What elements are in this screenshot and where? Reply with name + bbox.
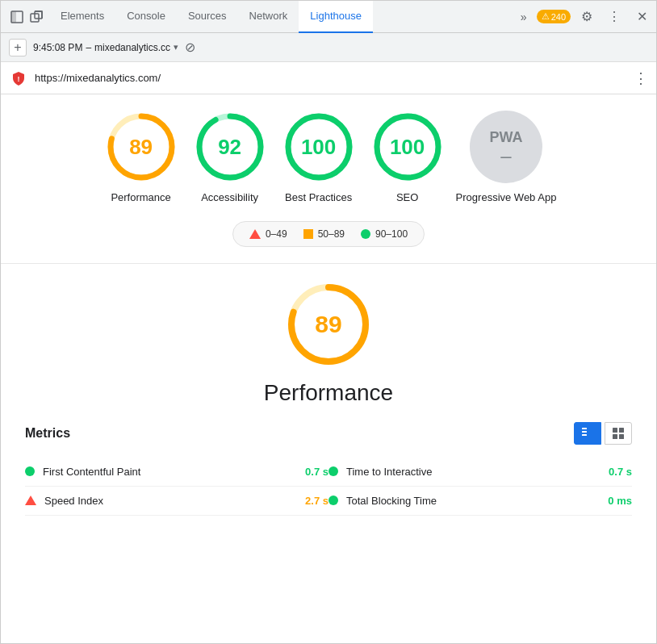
performance-large-circle: 89: [284, 280, 373, 369]
score-value-best-practices: 100: [301, 135, 336, 160]
more-button[interactable]: ⋮: [603, 6, 626, 28]
svg-rect-17: [582, 434, 587, 436]
session-bar: + 9:45:08 PM – mixedanalytics.cc ▾ ⊘: [1, 33, 656, 62]
score-label-best-practices: Best Practices: [285, 191, 352, 205]
score-value-accessibility: 92: [218, 135, 241, 160]
tab-sources[interactable]: Sources: [177, 1, 238, 33]
legend-item-red: 0–49: [249, 228, 287, 240]
metric-tbt-value: 0 ms: [608, 495, 632, 507]
metric-si-value: 2.7 s: [305, 495, 328, 507]
metrics-grid-button[interactable]: [574, 422, 601, 445]
warning-icon: ⚠: [542, 11, 550, 22]
main-content: 89 Performance 92 Accessibility: [1, 94, 656, 643]
score-label-pwa: Progressive Web App: [456, 191, 557, 205]
legend-item-orange: 50–89: [303, 228, 345, 240]
scores-section: 89 Performance 92 Accessibility: [1, 94, 656, 264]
score-label-performance: Performance: [111, 191, 170, 205]
tab-bar: Elements Console Sources Network Lightho…: [1, 1, 656, 33]
legend-circle-icon: [361, 229, 370, 239]
metric-fcp-value: 0.7 s: [305, 466, 328, 478]
tab-network[interactable]: Network: [238, 1, 299, 33]
score-value-performance: 89: [129, 135, 153, 160]
score-performance: 89 Performance: [101, 111, 182, 205]
score-value-seo: 100: [390, 135, 425, 160]
block-icon[interactable]: ⊘: [185, 40, 195, 55]
warning-count: 240: [551, 12, 566, 22]
detach-icon[interactable]: [28, 9, 44, 25]
metric-tti-dot: [328, 466, 338, 476]
legend-item-green: 90–100: [361, 228, 408, 240]
session-arrow[interactable]: ▾: [174, 42, 178, 52]
metric-si-dot: [25, 496, 36, 505]
metric-tti-name: Time to Interactive: [346, 466, 601, 478]
performance-title: Performance: [25, 380, 632, 406]
legend-square-icon: [303, 229, 313, 239]
legend-range-green: 90–100: [375, 228, 408, 240]
tab-elements[interactable]: Elements: [49, 1, 115, 33]
svg-text:!: !: [18, 75, 20, 83]
score-circle-accessibility: 92: [194, 111, 266, 183]
performance-circle-wrap: 89: [25, 280, 632, 369]
metrics-grid: First Contentful Paint 0.7 s Time to Int…: [25, 458, 632, 516]
url-more-button[interactable]: ⋮: [634, 69, 648, 87]
tab-lighthouse[interactable]: Lighthouse: [299, 1, 373, 33]
score-pwa: PWA – Progressive Web App: [456, 111, 557, 205]
score-best-practices: 100 Best Practices: [278, 111, 359, 205]
score-seo: 100 SEO: [367, 111, 448, 205]
metric-si: Speed Index 2.7 s: [25, 487, 328, 516]
session-separator: –: [86, 42, 91, 53]
svg-rect-18: [613, 428, 617, 433]
metric-tti-value: 0.7 s: [609, 466, 632, 478]
metric-fcp-name: First Contentful Paint: [43, 466, 297, 478]
svg-rect-1: [11, 11, 16, 23]
warning-badge: ⚠ 240: [537, 10, 571, 23]
score-circle-best-practices: 100: [282, 111, 355, 183]
svg-rect-15: [582, 428, 587, 429]
pwa-dash: –: [500, 146, 511, 165]
score-accessibility: 92 Accessibility: [190, 111, 270, 205]
metric-fcp-dot: [25, 466, 35, 476]
close-button[interactable]: ✕: [630, 6, 653, 28]
performance-detail-section: 89 Performance Metrics: [1, 264, 656, 532]
dock-icon[interactable]: [9, 9, 25, 25]
metrics-header: Metrics: [25, 422, 632, 445]
svg-rect-19: [619, 428, 624, 433]
legend: 0–49 50–89 90–100: [232, 221, 425, 247]
score-circle-seo: 100: [371, 111, 444, 183]
metrics-list-button[interactable]: [605, 422, 632, 445]
metric-tbt-name: Total Blocking Time: [346, 495, 600, 507]
svg-rect-16: [582, 431, 587, 433]
performance-large-score: 89: [315, 311, 341, 338]
url-text[interactable]: https://mixedanalytics.com/: [35, 72, 627, 84]
legend-range-red: 0–49: [266, 228, 287, 240]
session-host: mixedanalytics.cc: [94, 42, 170, 53]
scores-row: 89 Performance 92 Accessibility: [25, 111, 632, 205]
tab-console[interactable]: Console: [115, 1, 177, 33]
svg-rect-21: [619, 434, 624, 439]
metric-fcp: First Contentful Paint 0.7 s: [25, 458, 328, 487]
legend-triangle-icon: [249, 229, 261, 239]
score-label-seo: SEO: [396, 191, 418, 205]
settings-button[interactable]: ⚙: [575, 6, 598, 28]
security-icon: !: [9, 69, 28, 88]
score-circle-performance: 89: [105, 111, 178, 183]
score-label-accessibility: Accessibility: [201, 191, 258, 205]
url-bar: ! https://mixedanalytics.com/ ⋮: [1, 62, 656, 94]
session-info: 9:45:08 PM – mixedanalytics.cc ▾: [33, 42, 178, 53]
metric-tti: Time to Interactive 0.7 s: [328, 458, 632, 487]
overflow-icon[interactable]: »: [516, 9, 532, 25]
pwa-label: PWA: [489, 129, 522, 146]
pwa-circle: PWA –: [470, 111, 542, 183]
metric-tbt: Total Blocking Time 0 ms: [328, 487, 632, 516]
svg-rect-20: [613, 434, 617, 439]
metric-si-name: Speed Index: [44, 495, 297, 507]
legend-range-orange: 50–89: [318, 228, 345, 240]
metrics-toggle: [574, 422, 632, 445]
add-tab-button[interactable]: +: [9, 39, 27, 56]
session-time: 9:45:08 PM: [33, 42, 82, 53]
metrics-label: Metrics: [25, 426, 70, 441]
metric-tbt-dot: [328, 496, 338, 505]
